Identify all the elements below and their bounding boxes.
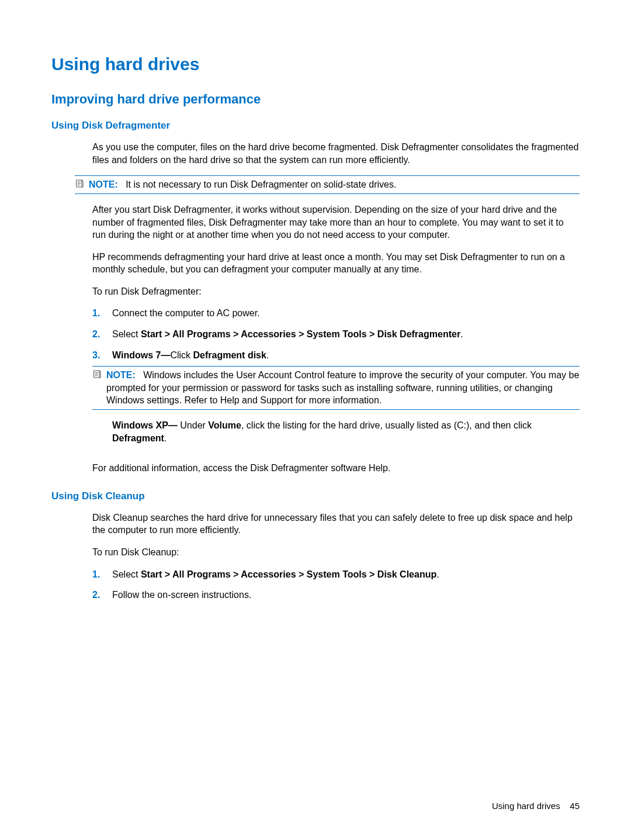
list-number: 2. <box>92 589 102 602</box>
paragraph: Disk Cleanup searches the hard drive for… <box>92 511 580 537</box>
bold-os: Windows XP— <box>112 420 178 430</box>
list-item: 1. Select Start > All Programs > Accesso… <box>92 568 580 581</box>
section-heading-improving: Improving hard drive performance <box>51 91 580 108</box>
note-body: It is not necessary to run Disk Defragme… <box>126 179 396 189</box>
list-item: 3. Windows 7—Click Defragment disk. NOTE <box>92 349 580 454</box>
bold-path: Start > All Programs > Accessories > Sys… <box>141 329 460 339</box>
bold-os: Windows 7— <box>112 350 170 360</box>
bold-action: Defragment disk <box>193 350 266 360</box>
page-footer: Using hard drives 45 <box>492 800 580 812</box>
paragraph: HP recommends defragmenting your hard dr… <box>92 251 580 276</box>
footer-text: Using hard drives <box>492 801 560 811</box>
list-body: Windows 7—Click Defragment disk. <box>112 349 580 362</box>
note-icon <box>92 369 102 382</box>
list-body: Follow the on-screen instructions. <box>112 589 580 602</box>
page-title: Using hard drives <box>51 53 580 77</box>
list-number: 1. <box>92 568 102 581</box>
subsection-heading-cleanup: Using Disk Cleanup <box>51 490 580 503</box>
subsection-heading-defragmenter: Using Disk Defragmenter <box>51 119 580 133</box>
paragraph: As you use the computer, files on the ha… <box>92 141 580 166</box>
list-body: Connect the computer to AC power. <box>112 307 580 320</box>
note-text: NOTE: It is not necessary to run Disk De… <box>89 178 580 191</box>
paragraph: For additional information, access the D… <box>92 462 580 475</box>
list-item: 1. Connect the computer to AC power. <box>92 307 580 320</box>
note-text: NOTE: Windows includes the User Account … <box>106 369 580 407</box>
bold-term: Volume <box>208 420 241 430</box>
list-body: Select Start > All Programs > Accessorie… <box>112 328 580 341</box>
bold-action: Defragment <box>112 433 164 443</box>
paragraph: Windows XP— Under Volume, click the list… <box>112 419 580 444</box>
note-label: NOTE: <box>89 179 118 189</box>
paragraph: To run Disk Defragmenter: <box>92 285 580 298</box>
list-item: 2. Follow the on-screen instructions. <box>92 589 580 602</box>
bold-path: Start > All Programs > Accessories > Sys… <box>141 569 436 579</box>
page-number: 45 <box>570 801 580 811</box>
paragraph: After you start Disk Defragmenter, it wo… <box>92 203 580 241</box>
paragraph: To run Disk Cleanup: <box>92 546 580 559</box>
list-number: 1. <box>92 307 102 320</box>
list-item: 2. Select Start > All Programs > Accesso… <box>92 328 580 341</box>
note-body: Windows includes the User Account Contro… <box>106 370 579 405</box>
note-label: NOTE: <box>106 370 136 380</box>
note-icon <box>75 179 84 192</box>
list-number: 2. <box>92 328 102 341</box>
list-body: Select Start > All Programs > Accessorie… <box>112 568 580 581</box>
